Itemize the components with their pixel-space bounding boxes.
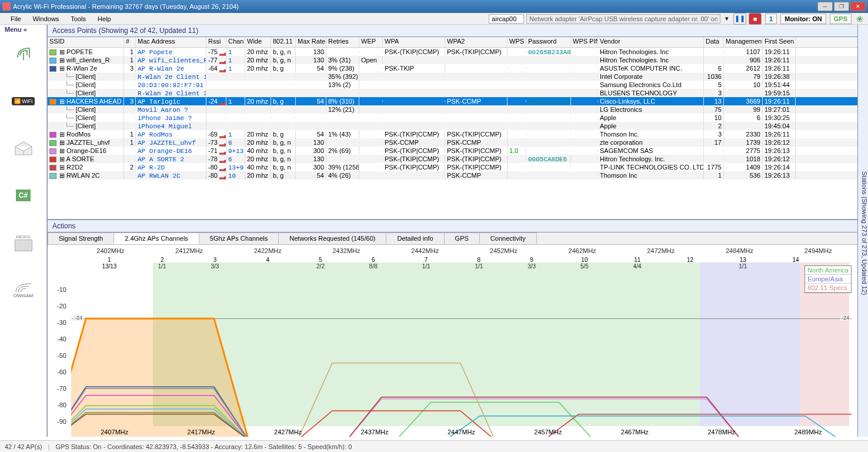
table-row[interactable]: ⊞ RWLAN 2CAP RWLAN 2C-80 ▂▃1020 mhzb, g5… bbox=[48, 171, 857, 180]
col--[interactable]: # bbox=[124, 37, 136, 47]
col-wpa[interactable]: WPA bbox=[383, 37, 445, 47]
chart-legend: North AmericaEurope/Asia802.11 Specs bbox=[804, 265, 852, 293]
table-row[interactable]: └─ [Client]R-Wlan 2e Client 135% (392)In… bbox=[48, 72, 857, 81]
tab-networks-requested-145-60-[interactable]: Networks Requested (145/60) bbox=[278, 232, 386, 244]
col-802-11[interactable]: 802.11 bbox=[271, 37, 296, 47]
tab-detailed-info[interactable]: Detailed info bbox=[386, 232, 444, 244]
table-row[interactable]: ⊞ Orange-DE16AP Orange-DE16-71 ▂▃9+1340 … bbox=[48, 147, 857, 155]
table-row[interactable]: ⊞ R2D22AP R-2D-80 ▂▃13+940 mhzb, g, n300… bbox=[48, 163, 857, 171]
menu-help[interactable]: Help bbox=[92, 14, 117, 24]
col-wep[interactable]: WEP bbox=[359, 37, 383, 47]
tab-gps[interactable]: GPS bbox=[444, 232, 480, 244]
status-bar: 42 / 42 AP(s) | GPS Status: On - Coordin… bbox=[0, 440, 868, 452]
actions-header: Actions bbox=[48, 220, 857, 232]
col-mac-address[interactable]: Mac Address bbox=[136, 37, 206, 47]
maximize-button[interactable]: ❐ bbox=[834, 2, 849, 11]
col-retries[interactable]: Retries bbox=[326, 37, 359, 47]
adapter-name-input[interactable] bbox=[489, 14, 524, 24]
col-wps[interactable]: WPS bbox=[508, 37, 526, 47]
tab-5ghz-aps-channels[interactable]: 5Ghz APs Channels bbox=[199, 232, 279, 244]
col-vendor[interactable]: Vendor bbox=[598, 37, 704, 47]
table-row[interactable]: ⊞ RodMos1AP RodMos-69 ▂▃120 mhzb, g541% … bbox=[48, 130, 857, 138]
table-row[interactable]: ⊞ R-Wlan 2e3AP R-Wlan 2e-64 ▂▃120 mhzb, … bbox=[48, 64, 857, 72]
monitor-status[interactable]: Monitor: ON bbox=[780, 14, 826, 24]
tab-signal-strength[interactable]: Signal Strength bbox=[48, 232, 114, 244]
col-chan[interactable]: Chan bbox=[226, 37, 245, 47]
col-rssi[interactable]: Rssi bbox=[206, 37, 226, 47]
ap-panel-header: Access Points (Showing 42 of 42, Updated… bbox=[48, 25, 857, 37]
pause-button[interactable]: ❚❚ bbox=[733, 13, 746, 25]
table-row[interactable]: └─ [Client]20:D3:90:92:F7:9113% (2)Samsu… bbox=[48, 81, 857, 89]
nav-inventory-icon[interactable] bbox=[9, 137, 38, 160]
tab-2-4ghz-aps-channels[interactable]: 2.4Ghz APs Channels bbox=[113, 232, 199, 244]
col-management[interactable]: Management bbox=[724, 37, 763, 47]
table-row[interactable]: ⊞ JAZZTEL_uhvf1AP JAZZTEL_uhvf-73 ▂▃820 … bbox=[48, 138, 857, 147]
col-data[interactable]: Data bbox=[704, 37, 724, 47]
adapter-desc-input[interactable] bbox=[526, 14, 720, 24]
col-first-seen[interactable]: First Seen bbox=[763, 37, 796, 47]
stations-panel-header[interactable]: Stations (Showing 273 of 273, Updated 12… bbox=[857, 25, 868, 437]
table-row[interactable]: ⊞ HACKERS AHEAD3AP Tarlogic-24 ▂▃120 mhz… bbox=[48, 97, 857, 105]
close-button[interactable]: ✕ bbox=[850, 2, 866, 11]
adapter-count: 1 bbox=[765, 14, 777, 24]
app-icon bbox=[2, 2, 11, 11]
nav-wifi-icon[interactable]: 📶 WiFi bbox=[9, 89, 38, 113]
col-max-rate[interactable]: Max Rate bbox=[296, 37, 326, 47]
col-wps-pin[interactable]: WPS PIN bbox=[571, 37, 598, 47]
nav-scripts-icon[interactable]: C# bbox=[9, 184, 38, 207]
table-row[interactable]: └─ [Client]R-Wlan 2e Client 3BLUSENS TEC… bbox=[48, 89, 857, 97]
table-row[interactable]: └─ [Client]iPhone4 MiguelApple219:45:04 bbox=[48, 122, 857, 130]
left-nav: 📶 WiFi C# NEWS OWISAM bbox=[0, 25, 47, 437]
table-row[interactable]: ⊞ wifi_clientes_R1AP wifi_clientes_R-77 … bbox=[48, 56, 857, 64]
table-row[interactable]: ⊞ A SORTEAP A SORTE 2-78 ▂▃620 mhzb, g, … bbox=[48, 155, 857, 163]
table-row[interactable]: ⊞ POPETE1AP Popete-75 ▂▃120 mhzb, g, n13… bbox=[48, 48, 857, 56]
table-row[interactable]: └─ [Client]iPhone Jaime ?Apple10619:30:2… bbox=[48, 114, 857, 122]
tab-connectivity[interactable]: Connectivity bbox=[479, 232, 537, 244]
minimize-button[interactable]: ─ bbox=[817, 2, 833, 11]
window-title: Acrylic Wi-Fi Professional - Remaining 3… bbox=[13, 3, 817, 10]
menu-bar: File Windows Tools Help ▾ ❚❚ ■ 1 Monitor… bbox=[0, 13, 868, 25]
col-password[interactable]: Password bbox=[526, 37, 571, 47]
status-gps: GPS Status: On - Coordinates: 42.823973,… bbox=[55, 443, 352, 450]
nav-news-icon[interactable]: NEWS bbox=[9, 231, 38, 254]
menu-tools[interactable]: Tools bbox=[65, 14, 92, 24]
channel-chart: 2402MHz2412MHz2422MHz2432MHz2442MHz2452M… bbox=[48, 245, 857, 437]
gps-status[interactable]: GPS bbox=[830, 14, 852, 24]
nav-aps-icon[interactable] bbox=[9, 42, 38, 66]
title-bar: Acrylic Wi-Fi Professional - Remaining 3… bbox=[0, 0, 868, 13]
status-ap-count: 42 / 42 AP(s) bbox=[5, 443, 42, 450]
menu-collapse[interactable]: Menu « bbox=[5, 26, 27, 33]
ap-grid[interactable]: SSID#Mac AddressRssiChanWide802.11Max Ra… bbox=[48, 37, 857, 220]
table-row[interactable]: └─ [Client]Movil Aaron ?12% (21)LG Elect… bbox=[48, 105, 857, 114]
col-wide[interactable]: Wide bbox=[245, 37, 271, 47]
col-ssid[interactable]: SSID bbox=[48, 37, 124, 47]
record-button[interactable]: ■ bbox=[749, 13, 762, 25]
col-wpa2[interactable]: WPA2 bbox=[445, 37, 508, 47]
actions-tabs: Signal Strength2.4Ghz APs Channels5Ghz A… bbox=[48, 232, 857, 245]
nav-owisam-icon[interactable]: OWISAM bbox=[9, 278, 38, 301]
menu-windows[interactable]: Windows bbox=[27, 14, 65, 24]
menu-file[interactable]: File bbox=[5, 14, 27, 24]
